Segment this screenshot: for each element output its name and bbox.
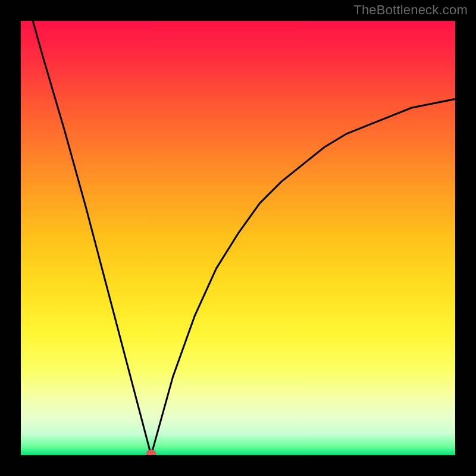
bottleneck-curve bbox=[21, 21, 455, 455]
curve-svg bbox=[21, 21, 455, 455]
watermark-text: TheBottleneck.com bbox=[353, 2, 468, 18]
optimal-point-marker bbox=[146, 450, 156, 455]
plot-area bbox=[21, 21, 455, 455]
chart-frame: TheBottleneck.com bbox=[0, 0, 476, 476]
